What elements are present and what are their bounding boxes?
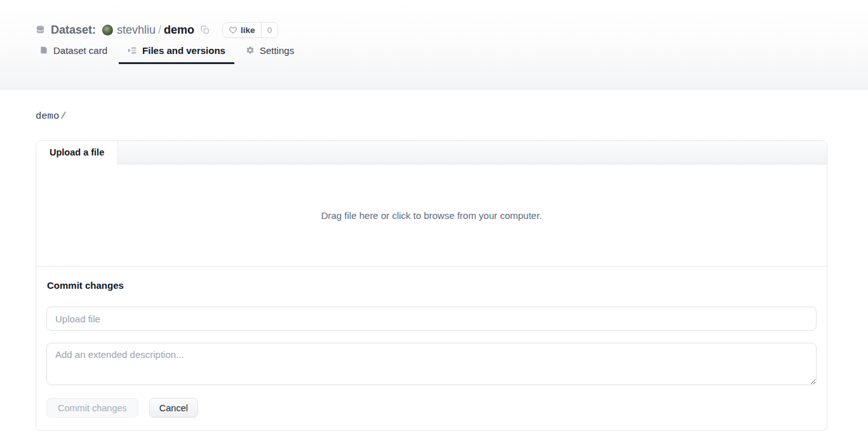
repo-tabs: Dataset card Files and versions Settings xyxy=(30,38,868,64)
cancel-button[interactable]: Cancel xyxy=(149,398,198,418)
owner-link[interactable]: stevhliu xyxy=(117,23,156,37)
breadcrumb-separator: / xyxy=(60,110,66,122)
commit-summary-input[interactable] xyxy=(46,307,817,331)
tab-label: Files and versions xyxy=(142,45,225,56)
upload-card: Upload a file Drag file here or click to… xyxy=(36,140,827,431)
heart-icon xyxy=(229,26,237,34)
repo-title-row: Dataset: stevhliu / demo like 0 xyxy=(0,0,868,37)
tab-dataset-card[interactable]: Dataset card xyxy=(30,38,116,64)
main-content: demo/ Upload a file Drag file here or cl… xyxy=(0,110,868,431)
dropzone-text: Drag file here or click to browse from y… xyxy=(321,210,542,221)
files-versions-icon xyxy=(128,46,137,55)
avatar[interactable] xyxy=(102,25,113,36)
tab-upload-a-file[interactable]: Upload a file xyxy=(36,141,118,164)
upload-card-tabbar: Upload a file xyxy=(36,141,827,164)
repo-type-label: Dataset: xyxy=(51,23,96,37)
breadcrumb-repo-root-link[interactable]: demo xyxy=(36,110,59,122)
commit-section: Commit changes Commit changes Cancel xyxy=(36,266,827,430)
tab-settings[interactable]: Settings xyxy=(237,38,303,64)
gear-icon xyxy=(246,46,255,55)
commit-button-row: Commit changes Cancel xyxy=(46,398,817,418)
repo-name-link[interactable]: demo xyxy=(164,23,194,37)
copy-icon xyxy=(201,25,210,34)
tab-label: Dataset card xyxy=(53,45,107,56)
dataset-card-icon xyxy=(39,46,48,55)
tab-label: Settings xyxy=(260,45,294,56)
commit-description-textarea[interactable] xyxy=(46,343,817,385)
like-label: like xyxy=(241,25,255,35)
copy-repo-name-button[interactable] xyxy=(199,24,211,36)
file-dropzone[interactable]: Drag file here or click to browse from y… xyxy=(36,164,827,266)
like-button[interactable]: like xyxy=(223,23,261,37)
like-count[interactable]: 0 xyxy=(261,23,278,37)
tab-files-and-versions[interactable]: Files and versions xyxy=(119,38,234,64)
commit-changes-button[interactable]: Commit changes xyxy=(46,398,138,418)
title-separator: / xyxy=(158,23,161,37)
repo-header: Dataset: stevhliu / demo like 0 xyxy=(0,0,868,89)
breadcrumb: demo/ xyxy=(36,110,827,122)
like-widget: like 0 xyxy=(222,22,278,38)
commit-section-title: Commit changes xyxy=(47,280,817,291)
database-icon xyxy=(36,25,45,35)
